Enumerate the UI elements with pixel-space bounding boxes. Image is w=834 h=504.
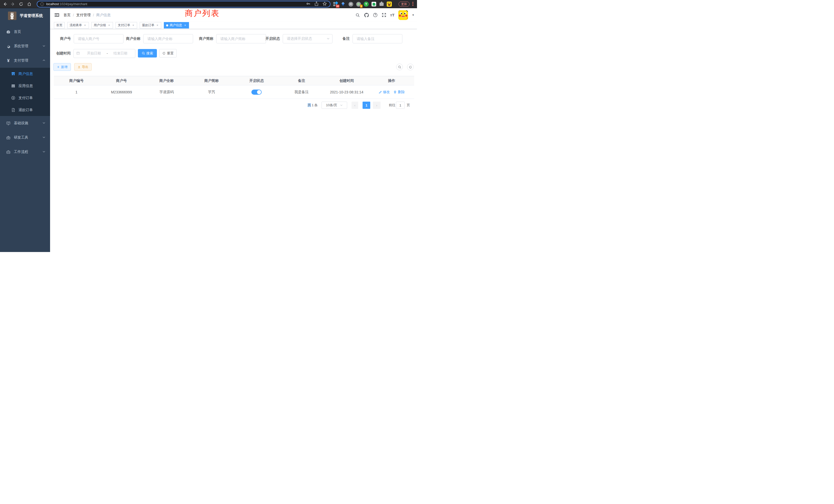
address-bar[interactable]: i localhost:1024/pay/merchant [37, 1, 330, 7]
sidebar-item-workflow[interactable]: 工作流程 [0, 145, 50, 159]
refresh-table-button[interactable] [407, 64, 414, 70]
sidebar-item-payment-orders[interactable]: 支付订单 [0, 92, 50, 104]
breadcrumb-payment[interactable]: 支付管理 [76, 13, 91, 18]
sidebar-item-label: 支付订单 [19, 96, 33, 100]
table-grid-icon [11, 84, 16, 88]
show-search-toggle-button[interactable] [396, 64, 403, 70]
page-size-select[interactable]: 10条/页 [322, 101, 347, 109]
annotation-merchant-list: 商户列表 [185, 8, 220, 19]
sidebar-item-refund-orders[interactable]: 退款订单 [0, 104, 50, 116]
sidebar-item-system[interactable]: 系统管理 [0, 39, 50, 53]
extension-gem-icon[interactable] [341, 2, 346, 7]
share-icon[interactable] [314, 2, 319, 7]
sidebar-item-dev-tools[interactable]: 研发工具 [0, 130, 50, 145]
help-icon[interactable] [373, 13, 378, 18]
sidebar-item-infrastructure[interactable]: 基础设施 [0, 116, 50, 130]
close-icon[interactable]: × [183, 24, 187, 27]
sidebar-item-payment[interactable]: ¥ 支付管理 [0, 53, 50, 68]
close-icon[interactable]: × [156, 24, 159, 27]
add-button[interactable]: 新增 [53, 63, 71, 71]
merchant-no-input[interactable] [74, 34, 124, 43]
search-button[interactable]: 搜索 [138, 49, 157, 58]
col-header: 开启状态 [234, 78, 279, 83]
extensions-area: 10 ⌘ 1 Y [333, 0, 392, 8]
app-logo-row[interactable]: 芋道管理系统 [0, 8, 50, 23]
table-header-row: 商户编号 商户号 商户全称 商户简称 开启状态 备注 创建时间 操作 [54, 76, 414, 86]
caret-down-icon[interactable]: ▼ [412, 14, 414, 17]
next-page-button[interactable]: › [373, 101, 380, 109]
breadcrumb-home[interactable]: 首页 [63, 13, 71, 18]
reset-button[interactable]: 重置 [159, 49, 177, 58]
full-name-input[interactable] [143, 34, 193, 43]
browser-forward-icon[interactable] [9, 0, 17, 8]
page-content: 商户号 商户全称 商户简称 开启状态 请选择开启状态 备注 [50, 29, 417, 252]
prev-page-button[interactable]: ‹ [352, 101, 358, 109]
extension-emoji-icon[interactable] [387, 2, 392, 7]
sidebar-item-label: 首页 [14, 29, 21, 34]
font-size-icon[interactable]: тT [390, 13, 395, 17]
table-row: 1 M233666999 芋道源码 芋艿 我是备注 2021-10-23 08:… [54, 86, 414, 99]
avatar[interactable] [398, 10, 408, 20]
status-toggle[interactable] [251, 90, 262, 95]
search-icon[interactable] [355, 13, 360, 18]
col-header: 操作 [369, 78, 414, 83]
chevron-down-icon [42, 136, 45, 140]
goto-page-input[interactable] [396, 101, 405, 109]
export-button[interactable]: 导出 [74, 63, 92, 71]
sidebar-item-app-info[interactable]: 应用信息 [0, 80, 50, 92]
sidebar-item-label: 应用信息 [19, 84, 33, 88]
tab-home[interactable]: 首页 [54, 22, 65, 28]
calendar-icon [76, 51, 80, 56]
tab-process-form[interactable]: 流程表单× [67, 22, 89, 28]
close-icon[interactable]: × [108, 24, 111, 27]
tab-user-group[interactable]: 用户分组× [91, 22, 113, 28]
current-page-button[interactable]: 1 [363, 101, 370, 109]
tab-payment-orders[interactable]: 支付订单× [115, 22, 137, 28]
field-label: 创建时间 [50, 51, 71, 56]
chevron-down-icon [42, 150, 45, 154]
edit-link[interactable]: 修改 [378, 90, 390, 94]
bookmark-star-icon[interactable] [323, 2, 327, 7]
extension-notes-icon[interactable] [371, 2, 376, 7]
date-range-picker[interactable]: 开始日期 - 结束日期 [73, 49, 135, 58]
site-info-icon[interactable]: i [40, 2, 44, 6]
sidebar-item-home[interactable]: 首页 [0, 25, 50, 39]
filter-create-time: 创建时间 开始日期 - 结束日期 [50, 49, 135, 58]
col-header: 商户简称 [189, 78, 234, 83]
short-name-input[interactable] [216, 34, 266, 43]
filter-remark: 备注 [334, 34, 402, 43]
browser-reload-icon[interactable] [18, 0, 25, 8]
extension-y-icon[interactable]: Y [364, 2, 369, 7]
goto-label: 前往 [389, 101, 395, 109]
password-key-icon[interactable] [306, 2, 310, 7]
download-icon [78, 65, 81, 69]
extension-command-icon[interactable]: ⌘ [348, 2, 353, 7]
sidebar-item-merchant-info[interactable]: 商户信息 [0, 68, 50, 80]
browser-back-icon[interactable] [2, 0, 9, 8]
cell-create-time: 2021-10-23 08:31:14 [324, 90, 369, 94]
tab-merchant-info[interactable]: 商户信息× [164, 22, 189, 28]
browser-home-icon[interactable] [26, 0, 33, 8]
search-icon [142, 51, 145, 55]
remark-input[interactable] [353, 34, 402, 43]
browser-update-button[interactable]: 更新 [398, 2, 410, 7]
extension-proxy-icon[interactable]: 1 [356, 2, 361, 7]
close-icon[interactable]: × [132, 24, 135, 27]
collapse-sidebar-icon[interactable] [54, 12, 60, 18]
merchant-table: 商户编号 商户号 商户全称 商户简称 开启状态 备注 创建时间 操作 1 M23… [54, 76, 414, 99]
field-label: 商户简称 [194, 37, 213, 41]
extension-grid-icon[interactable]: 10 [333, 2, 338, 7]
fullscreen-icon[interactable] [381, 13, 387, 18]
browser-menu-icon[interactable] [412, 2, 413, 6]
github-icon[interactable] [364, 13, 369, 18]
cell-remark: 我是备注 [279, 90, 324, 94]
delete-link[interactable]: 删除 [393, 90, 405, 94]
active-dot [166, 24, 168, 26]
status-select[interactable]: 请选择开启状态 [283, 34, 332, 43]
app-logo [8, 12, 17, 20]
sidebar-item-label: 系统管理 [14, 44, 28, 48]
close-icon[interactable]: × [84, 24, 87, 27]
tab-refund-orders[interactable]: 退款订单× [140, 22, 161, 28]
refresh-icon [409, 65, 412, 69]
extension-puzzle-icon[interactable] [379, 2, 384, 7]
